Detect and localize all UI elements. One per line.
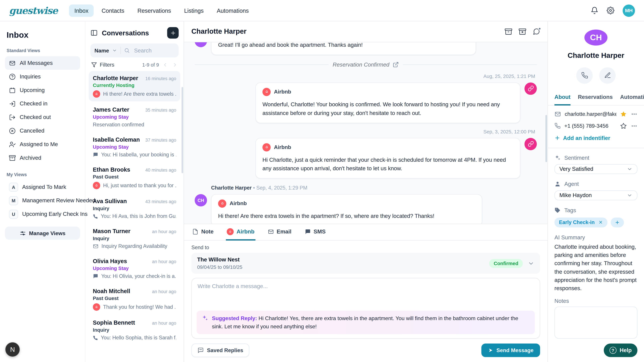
- tab-airbnb[interactable]: Airbnb: [226, 224, 255, 241]
- notifications-bell-icon[interactable]: [591, 6, 598, 14]
- add-identifier-button[interactable]: Add an indentifier: [554, 135, 638, 141]
- chevron-down-icon: [627, 166, 632, 172]
- saved-replies-label: Saved Replies: [207, 347, 243, 354]
- sidebar-item-upcoming[interactable]: Upcoming: [5, 83, 80, 97]
- view-letter-badge: A: [9, 183, 18, 192]
- scrollbar[interactable]: [546, 115, 547, 162]
- sidebar-item-inquiries[interactable]: Inquiries: [5, 70, 80, 83]
- conversation-item[interactable]: Sophia Bennettan hour ago Inquiry You: H…: [89, 316, 180, 344]
- conversation-item[interactable]: Mason Turneran hour ago Inquiry Inquiry …: [89, 224, 180, 253]
- user-avatar[interactable]: MH: [623, 4, 635, 16]
- thread-scroll-area[interactable]: Great! I'll go ahead and book the apartm…: [184, 42, 548, 224]
- add-tag-button[interactable]: [611, 217, 624, 227]
- message-input[interactable]: [197, 282, 535, 311]
- sidebar-item-label: Inquiries: [20, 73, 41, 80]
- tab-automations[interactable]: Automations: [620, 90, 644, 105]
- reservation-status-badge: Confirmed: [489, 259, 523, 268]
- mark-unread-chat-icon[interactable]: [533, 28, 540, 35]
- contact-actions: [554, 67, 638, 84]
- sidebar-item-checked-in[interactable]: Checked in: [5, 97, 80, 110]
- reservation-property: The Willow Nest: [197, 257, 242, 263]
- conversation-item[interactable]: Ethan Brooks40 minutes ago Past Guest Hi…: [89, 163, 180, 193]
- tags-row: Early Check-in: [554, 217, 638, 227]
- conversation-item[interactable]: Noah Mitchellan hour ago Past Guest Than…: [89, 284, 180, 314]
- status-badge: Upcoming Stay: [93, 144, 176, 150]
- timestamp: an hour ago: [152, 259, 176, 264]
- conversation-item[interactable]: Olivia Hayesan hour ago Upcoming Stay Yo…: [89, 254, 180, 283]
- nav-item-inbox[interactable]: Inbox: [69, 4, 94, 16]
- star-outline-icon[interactable]: [620, 122, 627, 129]
- manage-views-button[interactable]: Manage Views: [5, 227, 80, 240]
- my-views-label: My Views: [6, 172, 78, 177]
- contact-name: Charlotte Harper: [93, 75, 138, 81]
- nav-item-listings[interactable]: Listings: [179, 4, 209, 16]
- agent-select[interactable]: Mike Haydon: [554, 190, 638, 200]
- tag-early-check-in: Early Check-in: [554, 217, 608, 227]
- archive-x-icon[interactable]: [519, 28, 526, 35]
- sidebar-item-archived[interactable]: Archived: [5, 151, 80, 165]
- help-button[interactable]: Help: [604, 344, 637, 357]
- call-button[interactable]: [576, 67, 593, 84]
- sidebar-item-checked-out[interactable]: Checked out: [5, 110, 80, 124]
- divider-label: Reservation Confirmed: [333, 61, 390, 68]
- contact-name: Sophia Bennett: [93, 319, 135, 326]
- tab-about[interactable]: About: [554, 90, 570, 105]
- message-preview: Hi, just wanted to thank you for ...: [103, 183, 176, 188]
- message-text: Great! I'll go ahead and book the apartm…: [218, 42, 362, 48]
- thread-contact-name: Charlotte Harper: [191, 27, 246, 36]
- chevron-down-icon[interactable]: [528, 260, 534, 267]
- chevron-left-icon[interactable]: [162, 62, 168, 67]
- saved-replies-button[interactable]: Saved Replies: [191, 344, 250, 357]
- search-input[interactable]: [133, 47, 174, 54]
- suggested-reply[interactable]: Suggested Reply: Hi Charlotte! Yes, ther…: [197, 311, 535, 334]
- ellipsis-menu-icon[interactable]: [631, 122, 638, 129]
- edit-button[interactable]: [599, 67, 616, 84]
- nav-item-contacts[interactable]: Contacts: [96, 4, 130, 16]
- sidebar-item-assigned-to-me[interactable]: Assigned to Me: [5, 137, 80, 151]
- scrollbar[interactable]: [182, 87, 183, 173]
- conversation-item[interactable]: Charlotte Harper16 minutes ago Currently…: [89, 71, 180, 101]
- tab-note[interactable]: Note: [191, 224, 214, 241]
- nav-item-reservations[interactable]: Reservations: [132, 4, 176, 16]
- sender-name: Charlotte Harper: [211, 185, 252, 191]
- reservation-selector[interactable]: The Willow Nest 09/04/25 to 09/10/25 Con…: [191, 253, 540, 274]
- external-link-icon[interactable]: [392, 61, 399, 68]
- sort-field-dropdown[interactable]: Name: [94, 47, 109, 54]
- conversation-item[interactable]: Ava Sullivan43 minutes ago Inquiry You: …: [89, 194, 180, 223]
- star-filled-icon[interactable]: [620, 111, 627, 117]
- conversation-search-bar: Name: [90, 43, 179, 57]
- conversation-item[interactable]: Isabella Coleman37 minutes ago Upcoming …: [89, 133, 180, 161]
- new-conversation-button[interactable]: [167, 27, 179, 39]
- ellipsis-menu-icon[interactable]: [631, 111, 638, 117]
- sidebar-item-all-messages[interactable]: All Messages: [5, 56, 80, 70]
- sentiment-select[interactable]: Very Satisfied: [554, 164, 638, 174]
- sidebar-item-upcoming-early-check-ins[interactable]: U Upcoming Early Check Ins: [5, 207, 80, 221]
- tag-icon: [554, 207, 561, 213]
- archive-icon[interactable]: [505, 28, 512, 35]
- tab-email[interactable]: Email: [267, 224, 292, 241]
- sidebar-item-management-review[interactable]: M Management Review Needed: [5, 194, 80, 207]
- status-badge: Upcoming Stay: [93, 114, 176, 120]
- timestamp: an hour ago: [152, 229, 176, 234]
- remove-tag-icon[interactable]: [598, 220, 603, 225]
- message-thread-panel: Charlotte Harper: [184, 21, 548, 362]
- notes-input[interactable]: [554, 307, 638, 339]
- sidebar-item-label: Upcoming Early Check Ins: [22, 211, 88, 217]
- sidebar-item-assigned-to-mark[interactable]: A Assigned To Mark: [5, 180, 80, 194]
- send-to-label: Send to: [191, 245, 540, 250]
- tab-sms[interactable]: SMS: [304, 224, 326, 241]
- dev-overlay-badge[interactable]: N: [5, 342, 20, 357]
- timestamp: an hour ago: [152, 289, 176, 294]
- collapse-panel-icon[interactable]: [90, 29, 98, 36]
- send-message-button[interactable]: Send Message: [481, 344, 540, 357]
- sidebar-item-cancelled[interactable]: Cancelled: [5, 124, 80, 138]
- chevron-right-icon[interactable]: [172, 62, 178, 67]
- inbox-sidebar: Inbox Standard Views All Messages Inquir…: [0, 21, 85, 362]
- settings-gear-icon[interactable]: [606, 6, 614, 14]
- filters-button[interactable]: Filters: [100, 61, 114, 68]
- nav-item-automations[interactable]: Automations: [212, 4, 254, 16]
- tab-reservations[interactable]: Reservations: [578, 90, 613, 105]
- conversation-item[interactable]: James Carter35 minutes ago Upcoming Stay…: [89, 103, 180, 131]
- sidebar-item-label: Assigned to Me: [20, 141, 58, 147]
- chevron-down-icon: [112, 48, 117, 53]
